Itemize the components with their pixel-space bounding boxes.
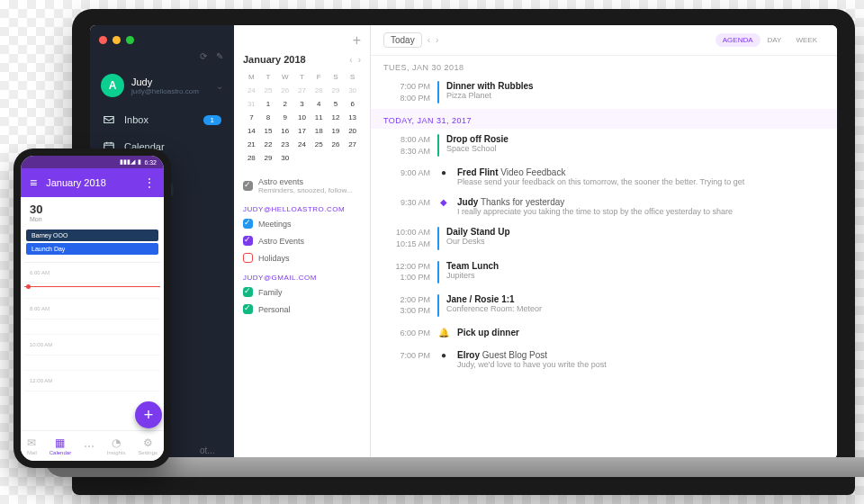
overflow-icon[interactable]: ⋮ — [144, 176, 155, 189]
day-cell[interactable]: 26 — [328, 138, 345, 151]
phone-frame: ▮▮▮◢ ▮ 6:32 ≡ January 2018 ⋮ 30 Mon Barn… — [14, 148, 171, 468]
minimize-window-icon[interactable] — [112, 36, 121, 44]
prev-month-button[interactable]: ‹ — [349, 55, 352, 65]
day-cell[interactable]: 29 — [328, 84, 345, 97]
filter-meetings[interactable]: Meetings — [243, 215, 361, 232]
astrobot-label: ot... — [200, 446, 215, 455]
hour-label: 10:00 AM — [24, 335, 160, 356]
day-cell[interactable]: 16 — [276, 124, 293, 138]
day-cell[interactable]: 29 — [260, 151, 277, 165]
day-cell[interactable]: 26 — [276, 84, 293, 97]
tab-label: Insights — [107, 450, 126, 455]
day-cell[interactable]: 11 — [310, 111, 328, 124]
filter-holidays[interactable]: Holidays — [243, 249, 361, 266]
day-cell[interactable]: 8 — [260, 111, 277, 124]
day-cell[interactable]: 18 — [310, 124, 328, 138]
agenda-event[interactable]: 6:00 PM🔔Pick up dinner — [371, 322, 837, 345]
account-switcher[interactable]: A Judy judy@helloastro.com ⌄ — [90, 65, 234, 106]
tab-label: Settings — [138, 450, 158, 455]
mobile-timed-event[interactable]: Daily Stand Up — [50, 324, 155, 335]
day-cell[interactable]: 24 — [293, 138, 310, 151]
agenda-event[interactable]: 7:00 PM8:00 PMDinner with RubblesPizza P… — [371, 76, 837, 109]
agenda-event[interactable]: 12:00 PM1:00 PMTeam LunchJupiters — [371, 256, 837, 289]
day-cell[interactable]: 21 — [243, 138, 260, 151]
mobile-timed-event[interactable]: Quarterly Planning — [98, 391, 155, 401]
day-cell[interactable]: 10 — [293, 111, 310, 124]
filter-astro-events[interactable]: Astro events Reminders, snoozed, follow.… — [243, 174, 361, 198]
event-title: Fred Flint Video Feedback — [457, 167, 824, 177]
day-cell[interactable]: 25 — [260, 84, 277, 97]
day-cell[interactable]: 23 — [276, 138, 293, 151]
fab-new-event[interactable]: + — [135, 401, 162, 428]
compose-icon[interactable]: ✎ — [216, 51, 223, 61]
view-agenda[interactable]: AGENDA — [716, 33, 760, 47]
event-title: Jane / Rosie 1:1 — [446, 294, 824, 304]
today-button[interactable]: Today — [383, 32, 422, 48]
day-cell[interactable]: 25 — [310, 138, 328, 151]
checkbox-icon — [243, 219, 253, 229]
agenda-event[interactable]: 10:00 AM10:15 AMDaily Stand UpOur Desks — [371, 221, 837, 255]
day-cell[interactable]: 1 — [260, 97, 277, 111]
event-time: 9:30 AM — [383, 197, 430, 216]
day-cell[interactable]: 27 — [344, 138, 361, 151]
day-cell[interactable]: 13 — [344, 111, 361, 124]
inbox-icon — [103, 113, 115, 126]
day-cell[interactable]: 20 — [344, 124, 361, 138]
day-cell[interactable]: 22 — [260, 138, 277, 151]
day-cell[interactable]: 30 — [276, 151, 293, 165]
prev-day-button[interactable]: ‹ — [428, 35, 430, 45]
mobile-timed-event[interactable]: Drop off Rosie at School — [50, 308, 155, 319]
weekday-header: W — [276, 70, 293, 84]
agenda-event[interactable]: 7:00 PM●Elroy Guest Blog PostJudy, we'd … — [371, 345, 837, 374]
laptop-frame: ⟳ ✎ A Judy judy@helloastro.com ⌄ Inbox 1… — [72, 9, 855, 495]
menu-icon[interactable]: ≡ — [30, 176, 37, 190]
calendar-icon: ▦ — [55, 436, 65, 449]
day-cell[interactable]: 27 — [293, 84, 310, 97]
day-cell[interactable]: 4 — [310, 97, 328, 111]
astrobot-icon: ⋯ — [84, 440, 94, 453]
mobile-tab-astrobot[interactable]: ⋯ — [84, 440, 94, 453]
next-day-button[interactable]: › — [436, 35, 438, 45]
mobile-tab-settings[interactable]: ⚙Settings — [138, 436, 158, 455]
day-cell[interactable]: 19 — [328, 124, 345, 138]
mini-calendar-panel: + January 2018 ‹ › MTWTFSS24252627282930… — [234, 25, 371, 459]
day-cell[interactable]: 31 — [243, 97, 260, 111]
day-cell[interactable]: 7 — [243, 111, 260, 124]
agenda-event[interactable]: 9:30 AM◆Judy Thanks for yesterdayI reall… — [371, 192, 837, 221]
sync-icon[interactable]: ⟳ — [200, 51, 207, 61]
day-cell[interactable]: 12 — [328, 111, 345, 124]
day-cell[interactable]: 2 — [276, 97, 293, 111]
day-cell[interactable]: 15 — [260, 124, 277, 138]
day-cell[interactable]: 28 — [310, 84, 328, 97]
agenda-event[interactable]: 9:00 AM●Fred Flint Video FeedbackPlease … — [371, 162, 837, 192]
day-cell[interactable]: 30 — [344, 84, 361, 97]
day-cell[interactable]: 17 — [293, 124, 310, 138]
mobile-allday-event[interactable]: Barney OOO — [26, 230, 158, 241]
day-cell[interactable]: 9 — [276, 111, 293, 124]
day-cell[interactable]: 14 — [243, 124, 260, 138]
day-cell[interactable]: 28 — [243, 151, 260, 165]
filter-astro-events[interactable]: Astro Events — [243, 232, 361, 249]
day-cell[interactable]: 6 — [344, 97, 361, 111]
agenda-event[interactable]: 8:00 AM8:30 AMDrop off RosieSpace School — [371, 129, 837, 162]
filter-label: Meetings — [258, 220, 292, 229]
next-month-button[interactable]: › — [358, 55, 361, 65]
nav-inbox[interactable]: Inbox 1 — [90, 106, 234, 133]
mobile-tab-calendar[interactable]: ▦Calendar — [50, 436, 71, 455]
filter-family[interactable]: Family — [243, 284, 361, 301]
view-day[interactable]: DAY — [760, 33, 789, 47]
view-week[interactable]: WEEK — [788, 33, 824, 47]
day-cell[interactable]: 3 — [293, 97, 310, 111]
new-event-button[interactable]: + — [353, 32, 361, 49]
mobile-tab-mail[interactable]: ✉Mail — [27, 436, 37, 455]
agenda-event[interactable]: 2:00 PM3:00 PMJane / Rosie 1:1Conference… — [371, 289, 837, 322]
close-window-icon[interactable] — [99, 36, 107, 44]
day-cell[interactable]: 5 — [328, 97, 345, 111]
mobile-tab-insights[interactable]: ◔Insights — [107, 436, 126, 455]
mobile-allday-event[interactable]: Launch Day — [26, 243, 158, 255]
avatar: A — [101, 74, 124, 97]
maximize-window-icon[interactable] — [126, 36, 134, 44]
hour-label: 6:00 AM — [24, 263, 160, 284]
filter-personal[interactable]: Personal — [243, 301, 361, 318]
day-cell[interactable]: 24 — [243, 84, 260, 97]
